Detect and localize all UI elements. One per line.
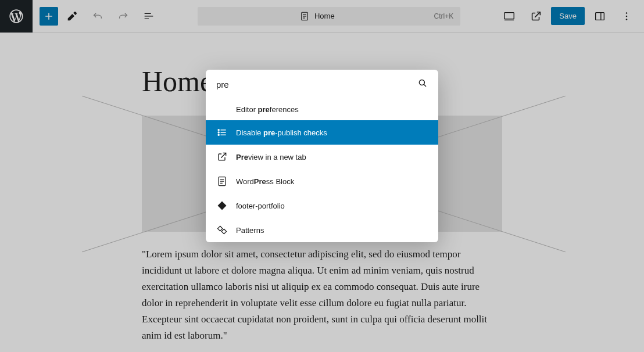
diamonds-icon (216, 224, 228, 236)
command-item-preview[interactable]: Preview in a new tab (206, 145, 438, 169)
external-link-icon (216, 151, 228, 163)
command-item-label: WordPress Block (236, 177, 294, 186)
command-item-preferences[interactable]: Editor preferences (206, 99, 438, 120)
svg-point-11 (419, 80, 424, 85)
command-item-wordpress-block[interactable]: WordPress Block (206, 169, 438, 193)
command-item-label: Patterns (236, 226, 264, 235)
command-item-label: Disable pre-publish checks (236, 128, 327, 137)
command-search-input[interactable] (216, 80, 417, 89)
svg-point-14 (218, 132, 219, 133)
command-item-label: Editor preferences (236, 105, 299, 114)
command-list: Editor preferences Disable pre-publish c… (206, 99, 438, 242)
command-search-row (206, 70, 438, 99)
command-item-patterns[interactable]: Patterns (206, 218, 438, 242)
search-icon (417, 78, 428, 91)
svg-point-13 (218, 130, 219, 131)
command-palette: Editor preferences Disable pre-publish c… (206, 70, 438, 242)
command-item-footer-portfolio[interactable]: footer-portfolio (206, 193, 438, 218)
command-item-label: Preview in a new tab (236, 153, 306, 161)
page-icon (216, 175, 228, 187)
svg-point-15 (218, 134, 219, 135)
diamond-icon (216, 200, 228, 211)
command-item-label: footer-portfolio (236, 202, 285, 210)
checklist-icon (216, 127, 228, 138)
command-item-disable-prepublish[interactable]: Disable pre-publish checks (206, 120, 438, 145)
svg-line-12 (424, 84, 426, 87)
